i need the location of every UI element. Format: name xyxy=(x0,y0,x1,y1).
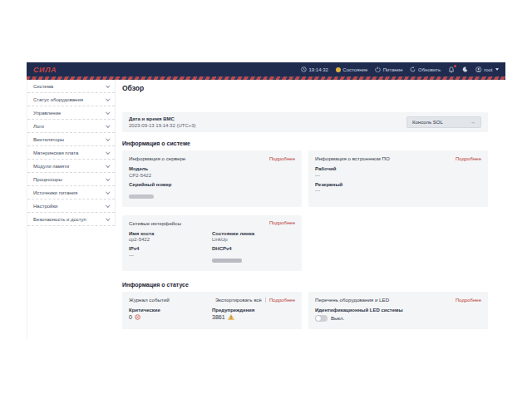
model-value: CP2-5422 xyxy=(129,173,295,178)
identify-led-toggle[interactable] xyxy=(315,315,328,322)
moon-icon xyxy=(462,66,468,72)
sol-console-button[interactable]: Консоль SOL → xyxy=(406,116,481,128)
event-log-more-link[interactable]: Подробнее xyxy=(269,298,295,303)
hostname-value: cp2-5422 xyxy=(129,237,212,242)
network-interfaces-card: Сетевые интерфейсы Подробнее Имя хоста c… xyxy=(122,215,302,272)
sidebar-item-label: Логи xyxy=(33,124,44,129)
sidebar-item-security-access[interactable]: Безопасность и доступ xyxy=(27,213,115,226)
chevron-down-icon xyxy=(106,150,110,154)
chevron-down-icon xyxy=(106,96,110,101)
status-info-row: Журнал событий Экспортировать всё Подроб… xyxy=(122,292,488,329)
bmc-datetime-label: Дата и время BMC xyxy=(129,116,196,121)
server-info-more-link[interactable]: Подробнее xyxy=(269,156,295,161)
export-all-link[interactable]: Экспортировать всё xyxy=(215,298,262,303)
user-icon xyxy=(475,66,482,73)
sidebar-item-system[interactable]: Система xyxy=(27,80,115,93)
model-label: Модель xyxy=(129,166,295,171)
sidebar-item-processors[interactable]: Процессоры xyxy=(27,173,115,186)
sol-console-label: Консоль SOL xyxy=(412,120,443,125)
refresh-label: Обновить xyxy=(418,67,441,72)
ipv4-label: IPv4 xyxy=(129,246,212,251)
sidebar-item-power-supplies[interactable]: Источники питания xyxy=(27,186,115,200)
network-interfaces-more-link[interactable]: Подробнее xyxy=(269,220,295,225)
critical-events-count: 0 xyxy=(129,314,132,320)
link-status-label: Состояние линка xyxy=(212,231,295,236)
network-interfaces-title: Сетевые интерфейсы xyxy=(129,220,181,226)
sidebar-item-label: Модули памяти xyxy=(33,164,69,169)
screenshot-canvas: СИЛА 19:14:32 Состояние xyxy=(0,0,532,399)
refresh-button[interactable]: Обновить xyxy=(410,66,441,72)
critical-events-label: Критические xyxy=(129,308,212,313)
dhcpv4-redacted-value xyxy=(212,259,242,263)
health-status-label: Состояние xyxy=(342,67,367,72)
inventory-led-more-link[interactable]: Подробнее xyxy=(456,298,481,303)
serial-number-redacted-value xyxy=(129,195,154,199)
brand-logo[interactable]: СИЛА xyxy=(33,66,57,74)
bmc-time: 19:14:32 xyxy=(301,66,328,72)
user-menu-button[interactable]: root xyxy=(475,66,499,73)
sidebar-item-memory-modules[interactable]: Модули памяти xyxy=(27,160,115,173)
ipv4-value: --- xyxy=(129,253,212,258)
overview-page: Обзор Дата и время BMC 2023-09-13 19:14:… xyxy=(116,80,505,339)
chevron-down-icon xyxy=(106,163,110,167)
network-row: Сетевые интерфейсы Подробнее Имя хоста c… xyxy=(122,215,488,272)
identify-led-label: Идентификационный LED системы xyxy=(315,308,481,313)
chevron-down-icon xyxy=(106,203,110,207)
event-log-title: Журнал событий xyxy=(129,297,170,303)
chevron-down-icon xyxy=(106,190,110,194)
critical-icon xyxy=(135,314,140,320)
health-status-button[interactable]: Состояние xyxy=(336,67,367,72)
notification-badge xyxy=(454,65,457,68)
hostname-field: Имя хоста cp2-5422 xyxy=(129,231,212,243)
sidebar-item-label: Материнская плата xyxy=(33,150,78,155)
link-separator xyxy=(265,298,266,303)
sidebar-item-management[interactable]: Управление xyxy=(27,106,115,120)
bmc-time-value: 19:14:32 xyxy=(308,67,328,72)
user-name: root xyxy=(484,67,492,72)
link-status-value: LinkUp xyxy=(212,237,295,242)
sidebar-item-label: Система xyxy=(33,84,53,89)
sidebar-item-fans[interactable]: Вентиляторы xyxy=(27,133,115,146)
server-info-card: Информация о сервере Подробнее Модель CP… xyxy=(122,150,302,207)
event-log-card: Журнал событий Экспортировать всё Подроб… xyxy=(122,292,302,329)
page-title: Обзор xyxy=(122,84,488,92)
arrow-right-icon: → xyxy=(470,120,475,125)
system-info-row: Информация о сервере Подробнее Модель CP… xyxy=(122,150,488,207)
firmware-backup-label: Резервный xyxy=(315,182,481,187)
sidebar-item-label: Статус оборудования xyxy=(33,97,83,102)
sidebar-item-motherboard[interactable]: Материнская плата xyxy=(27,146,115,160)
bmc-datetime-block: Дата и время BMC 2023-09-13 19:14:32 (UT… xyxy=(129,116,196,128)
sidebar-item-label: Управление xyxy=(33,111,61,116)
dhcpv4-field: DHCPv4 xyxy=(212,246,295,266)
dhcpv4-label: DHCPv4 xyxy=(212,246,295,251)
firmware-active-field: Рабочий --- xyxy=(315,166,481,178)
bmc-datetime-card: Дата и время BMC 2023-09-13 19:14:32 (UT… xyxy=(122,112,488,132)
firmware-info-card: Информация о встроенном ПО Подробнее Раб… xyxy=(308,150,488,207)
chevron-down-icon xyxy=(106,136,110,140)
sidebar-item-label: Вентиляторы xyxy=(33,137,64,142)
chevron-down-icon xyxy=(106,216,110,220)
sidebar-item-settings[interactable]: Настройки xyxy=(27,200,115,213)
sidebar-nav: Система Статус оборудования Управление Л… xyxy=(27,80,116,226)
clock-icon xyxy=(301,66,307,72)
link-status-field: Состояние линка LinkUp xyxy=(212,231,295,243)
status-info-section-title: Информация о статусе xyxy=(122,282,488,288)
identify-led-toggle-row: Выкл. xyxy=(315,315,481,322)
dark-mode-toggle[interactable] xyxy=(462,66,468,72)
chevron-down-icon xyxy=(106,176,110,180)
sidebar-item-logs[interactable]: Логи xyxy=(27,120,115,133)
toggle-knob xyxy=(316,316,321,321)
sidebar-item-hardware-status[interactable]: Статус оборудования xyxy=(27,93,115,106)
sidebar-item-label: Источники питания xyxy=(33,190,77,195)
firmware-active-label: Рабочий xyxy=(315,166,481,171)
top-navbar: СИЛА 19:14:32 Состояние xyxy=(27,62,505,76)
firmware-backup-value: --- xyxy=(315,188,481,193)
notifications-button[interactable] xyxy=(448,66,455,73)
inventory-led-title: Перечень оборудования и LED xyxy=(315,297,389,303)
warning-events-label: Предупреждения xyxy=(212,308,295,313)
firmware-info-more-link[interactable]: Подробнее xyxy=(456,156,481,161)
sidebar-item-label: Процессоры xyxy=(33,177,62,182)
server-info-title: Информация о сервере xyxy=(129,155,185,161)
identify-led-state-label: Выкл. xyxy=(331,316,344,321)
power-menu-button[interactable]: Питание xyxy=(375,66,402,72)
